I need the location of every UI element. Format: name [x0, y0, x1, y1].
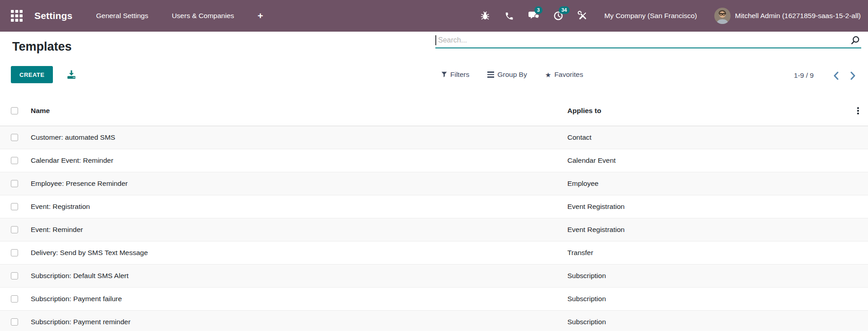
row-checkbox[interactable] [11, 318, 18, 326]
select-all-checkbox[interactable] [11, 107, 18, 114]
filter-funnel-icon [441, 71, 447, 78]
app-title[interactable]: Settings [34, 10, 72, 21]
apps-menu-button[interactable] [11, 9, 24, 22]
search-icon[interactable] [850, 36, 860, 47]
search-input[interactable]: Search... [435, 33, 861, 48]
menu-general-settings[interactable]: General Settings [96, 12, 148, 20]
row-applies-to[interactable]: Transfer [567, 249, 848, 257]
row-checkbox[interactable] [11, 272, 18, 279]
bug-icon [480, 10, 490, 21]
row-name[interactable]: Event: Reminder [31, 226, 567, 234]
user-menu[interactable]: Mitchell Admin (16271859-saas-15-2-all) [735, 12, 861, 20]
table-row[interactable]: Subscription: Payment failure Subscripti… [0, 288, 868, 311]
new-menu-plus-button[interactable]: + [258, 10, 263, 21]
table-row[interactable]: Subscription: Payment reminder Subscript… [0, 311, 868, 331]
row-applies-to[interactable]: Calendar Event [567, 156, 848, 165]
table-row[interactable]: Event: Reminder Event Registration [0, 218, 868, 241]
row-checkbox[interactable] [11, 203, 18, 210]
row-name[interactable]: Calendar Event: Reminder [31, 156, 567, 165]
optional-columns-kebab-icon[interactable] [855, 105, 861, 116]
pager-previous-button[interactable] [829, 69, 843, 82]
chevron-right-icon [850, 71, 856, 80]
messages-count-badge: 3 [534, 6, 542, 14]
row-name[interactable]: Delivery: Send by SMS Text Message [31, 249, 567, 257]
filters-button[interactable]: Filters [441, 71, 469, 79]
table-row[interactable]: Employee: Presence Reminder Employee [0, 172, 868, 195]
chevron-left-icon [833, 71, 839, 80]
row-name[interactable]: Employee: Presence Reminder [31, 180, 567, 188]
row-name[interactable]: Event: Registration [31, 203, 567, 211]
group-by-icon [487, 71, 494, 78]
menu-users-companies[interactable]: Users & Companies [172, 12, 234, 20]
row-checkbox[interactable] [11, 134, 18, 141]
row-name[interactable]: Subscription: Payment reminder [31, 318, 567, 326]
row-applies-to[interactable]: Contact [567, 133, 848, 142]
table-row[interactable]: Event: Registration Event Registration [0, 195, 868, 218]
phone-icon [505, 11, 514, 21]
avatar[interactable] [714, 8, 731, 24]
row-checkbox[interactable] [11, 295, 18, 303]
create-button[interactable]: CREATE [11, 66, 53, 83]
row-checkbox[interactable] [11, 249, 18, 256]
row-checkbox[interactable] [11, 180, 18, 187]
row-applies-to[interactable]: Subscription [567, 295, 848, 303]
messages-button[interactable]: 3 [528, 10, 539, 21]
star-icon: ★ [545, 71, 551, 78]
favorites-button[interactable]: ★ Favorites [545, 71, 583, 79]
template-rows: Customer: automated SMS Contact Calendar… [0, 126, 868, 331]
pager-next-button[interactable] [846, 69, 860, 82]
systray: 3 34 [480, 10, 588, 21]
control-panel: Templates Search... CREATE Filters Group [0, 32, 868, 96]
search-options-bar: Filters Group By ★ Favorites [441, 71, 583, 79]
activities-button[interactable]: 34 [553, 10, 564, 21]
user-photo [714, 8, 731, 24]
export-download-button[interactable] [66, 69, 77, 80]
voip-button[interactable] [504, 10, 515, 21]
table-row[interactable]: Calendar Event: Reminder Calendar Event [0, 149, 868, 172]
pager: 1-9 / 9 [794, 69, 860, 82]
row-applies-to[interactable]: Employee [567, 180, 848, 188]
list-header-row: Name Applies to [0, 96, 868, 126]
row-applies-to[interactable]: Event Registration [567, 226, 848, 234]
page-title: Templates [12, 40, 72, 54]
table-row[interactable]: Customer: automated SMS Contact [0, 126, 868, 149]
row-applies-to[interactable]: Event Registration [567, 203, 848, 211]
search-placeholder: Search... [438, 33, 467, 47]
row-name[interactable]: Customer: automated SMS [31, 133, 567, 142]
activities-count-badge: 34 [559, 6, 570, 14]
pager-range: 1-9 / 9 [794, 71, 814, 80]
row-name[interactable]: Subscription: Default SMS Alert [31, 272, 567, 280]
row-applies-to[interactable]: Subscription [567, 318, 848, 326]
group-by-button[interactable]: Group By [487, 71, 527, 79]
list-view: Name Applies to Customer: automated SMS … [0, 96, 868, 331]
tools-icon [578, 11, 588, 21]
table-row[interactable]: Delivery: Send by SMS Text Message Trans… [0, 241, 868, 265]
table-row[interactable]: Subscription: Default SMS Alert Subscrip… [0, 265, 868, 288]
debug-button[interactable] [480, 10, 491, 21]
tools-button[interactable] [577, 10, 588, 21]
text-caret [435, 35, 436, 45]
company-switcher[interactable]: My Company (San Francisco) [604, 12, 697, 20]
app-menu: General Settings Users & Companies + [96, 10, 263, 21]
row-name[interactable]: Subscription: Payment failure [31, 295, 567, 303]
row-applies-to[interactable]: Subscription [567, 272, 848, 280]
column-header-applies-to[interactable]: Applies to [567, 107, 848, 115]
column-header-name[interactable]: Name [31, 107, 567, 115]
apps-grid-icon [11, 10, 23, 22]
top-navbar: Settings General Settings Users & Compan… [0, 0, 868, 32]
row-checkbox[interactable] [11, 157, 18, 164]
row-checkbox[interactable] [11, 226, 18, 233]
download-icon [66, 69, 77, 80]
